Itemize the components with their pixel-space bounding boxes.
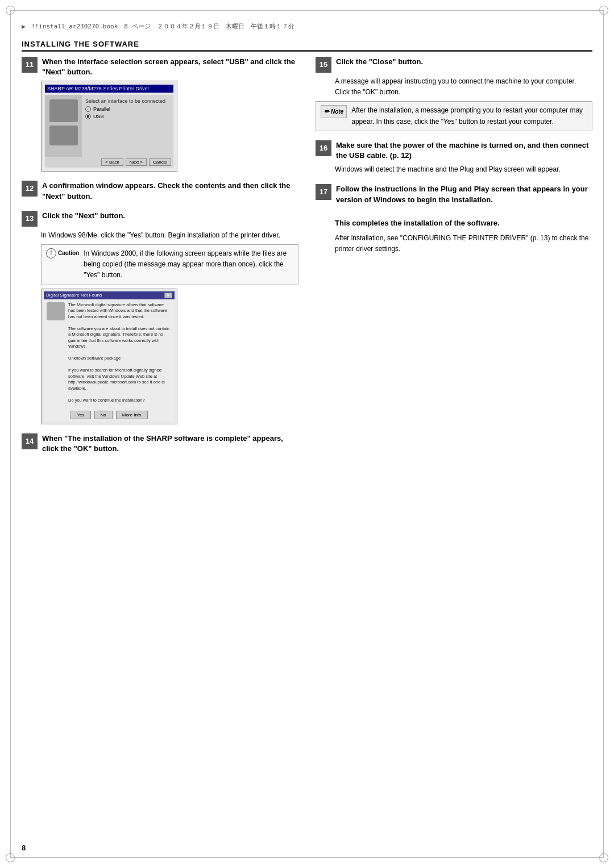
step-17-header: 17 Follow the instructions in the Plug a… bbox=[316, 184, 592, 205]
ss11-radio-parallel: Parallel bbox=[85, 106, 170, 112]
section-title: INSTALLING THE SOFTWARE bbox=[22, 40, 139, 48]
step-12-title: A confirmation window appears. Check the… bbox=[42, 181, 298, 201]
right-column: 15 Click the "Close" button. A message w… bbox=[316, 57, 592, 834]
radio-parallel-label: Parallel bbox=[93, 106, 110, 112]
step-17-title: Follow the instructions in the Plug and … bbox=[336, 184, 592, 205]
caution-label: ! Caution bbox=[46, 248, 79, 258]
ss2-titlebar: Digital Signature Not Found ✕ bbox=[44, 291, 175, 299]
ss2-close-btn[interactable]: ✕ bbox=[164, 293, 172, 298]
step-13-block: 13 Click the "Next" button. In Windows 9… bbox=[22, 211, 298, 424]
ss2-icon-area: The Microsoft digital signature allows t… bbox=[47, 302, 172, 404]
step-14-block: 14 When "The installation of the SHARP s… bbox=[22, 433, 298, 454]
ss11-content: Select an interface to be connected Para… bbox=[45, 95, 173, 157]
ss2-title: Digital Signature Not Found bbox=[46, 293, 102, 298]
ss11-cancel-btn[interactable]: Cancel bbox=[149, 158, 171, 166]
ss2-icon bbox=[47, 302, 65, 320]
ss2-text4: If you want to search for Microsoft digi… bbox=[68, 368, 172, 391]
ss11-titlebar: SHARP AR-M238/M278 Series Printer Driver bbox=[45, 85, 173, 93]
caution-icon: ! bbox=[46, 248, 56, 258]
note-text-label: Note bbox=[331, 107, 343, 116]
step-11-number: 11 bbox=[22, 57, 38, 73]
step-14-header: 14 When "The installation of the SHARP s… bbox=[22, 433, 298, 454]
step-12-header: 12 A confirmation window appears. Check … bbox=[22, 181, 298, 201]
ss2-text1: The Microsoft digital signature allows t… bbox=[68, 302, 172, 320]
section-title-bar: INSTALLING THE SOFTWARE bbox=[22, 40, 592, 52]
ss11-buttons: < Back Next > Cancel bbox=[45, 157, 173, 168]
note-label: ✏ Note bbox=[321, 105, 347, 118]
ss11-device1 bbox=[49, 99, 78, 122]
step-13-body: In Windows 98/Me, click the "Yes" button… bbox=[41, 230, 298, 241]
step-17-number: 17 bbox=[316, 184, 331, 200]
step-13-title: Click the "Next" button. bbox=[42, 211, 125, 221]
step-16-title: Make sure that the power of the machine … bbox=[336, 140, 592, 161]
caution-text: In Windows 2000, if the following screen… bbox=[84, 248, 293, 281]
ss2-buttons: Yes No More Info bbox=[44, 408, 175, 422]
step-11-header: 11 When the interface selection screen a… bbox=[22, 57, 298, 77]
step-15-number: 15 bbox=[316, 57, 331, 73]
note-icon: ✏ bbox=[324, 107, 329, 116]
ss11-back-btn[interactable]: < Back bbox=[101, 158, 123, 166]
ss11-device2 bbox=[49, 126, 78, 145]
step-11-title: When the interface selection screen appe… bbox=[42, 57, 298, 77]
header-arrow: ▸ bbox=[22, 22, 26, 31]
step-17-block: 17 Follow the instructions in the Plug a… bbox=[316, 184, 592, 205]
step-15-header: 15 Click the "Close" button. bbox=[316, 57, 592, 73]
step-15-body1: A message will appear instructing you to… bbox=[335, 76, 592, 98]
ss2-question: Do you want to continue the installation… bbox=[68, 398, 172, 404]
ss2-no-btn[interactable]: No bbox=[94, 411, 113, 419]
radio-usb-label: USB bbox=[93, 114, 104, 119]
step-13-caution: ! Caution In Windows 2000, if the follow… bbox=[41, 244, 298, 285]
left-column: 11 When the interface selection screen a… bbox=[22, 57, 298, 834]
step-12-block: 12 A confirmation window appears. Check … bbox=[22, 181, 298, 201]
ss2-yes-btn[interactable]: Yes bbox=[70, 411, 90, 419]
completion-block: This completes the installation of the s… bbox=[335, 219, 592, 254]
ss11-radio-usb: USB bbox=[85, 114, 170, 119]
ss2-content: The Microsoft digital signature allows t… bbox=[44, 299, 175, 409]
ss2-moreinfo-btn[interactable]: More Info bbox=[116, 411, 148, 419]
completion-body: After installation, see "CONFIGURING THE… bbox=[335, 233, 592, 254]
step-13-screenshot: Digital Signature Not Found ✕ The Micros… bbox=[41, 289, 177, 425]
step-15-note: ✏ Note After the installation, a message… bbox=[316, 101, 592, 131]
step-16-block: 16 Make sure that the power of the machi… bbox=[316, 140, 592, 176]
step-11-block: 11 When the interface selection screen a… bbox=[22, 57, 298, 172]
radio-parallel-icon bbox=[85, 106, 91, 112]
note-text: After the installation, a message prompt… bbox=[351, 105, 587, 127]
ss2-text-block: The Microsoft digital signature allows t… bbox=[68, 302, 172, 404]
step-16-body: Windows will detect the machine and the … bbox=[335, 164, 592, 175]
step-16-header: 16 Make sure that the power of the machi… bbox=[316, 140, 592, 161]
step-12-number: 12 bbox=[22, 181, 38, 197]
step-15-title: Click the "Close" button. bbox=[336, 57, 423, 67]
step-16-number: 16 bbox=[316, 140, 331, 156]
radio-usb-icon bbox=[85, 114, 91, 119]
ss11-main: Select an interface to be connected Para… bbox=[82, 95, 173, 157]
header-bar: ▸ !!install_ar230270.book 8 ページ ２００４年２月１… bbox=[22, 22, 592, 31]
ss11-sidebar bbox=[45, 95, 82, 157]
content-area: 11 When the interface selection screen a… bbox=[22, 57, 592, 834]
step-14-number: 14 bbox=[22, 433, 38, 449]
ss2-text3: Unknown software package bbox=[68, 356, 172, 362]
step-11-screenshot: SHARP AR-M238/M278 Series Printer Driver… bbox=[41, 81, 177, 172]
header-meta: !!install_ar230270.book 8 ページ ２００４年２月１９日… bbox=[31, 22, 294, 31]
ss11-next-btn[interactable]: Next > bbox=[126, 158, 147, 166]
page-number: 8 bbox=[22, 844, 26, 852]
ss11-label: Select an interface to be connected bbox=[85, 98, 170, 104]
step-13-header: 13 Click the "Next" button. bbox=[22, 211, 298, 227]
step-15-block: 15 Click the "Close" button. A message w… bbox=[316, 57, 592, 131]
caution-text-label: Caution bbox=[58, 249, 79, 257]
step-13-number: 13 bbox=[22, 211, 38, 227]
completion-title: This completes the installation of the s… bbox=[335, 219, 592, 227]
ss2-text2: The software you are about to install do… bbox=[68, 326, 172, 350]
step-14-title: When "The installation of the SHARP soft… bbox=[42, 433, 298, 454]
